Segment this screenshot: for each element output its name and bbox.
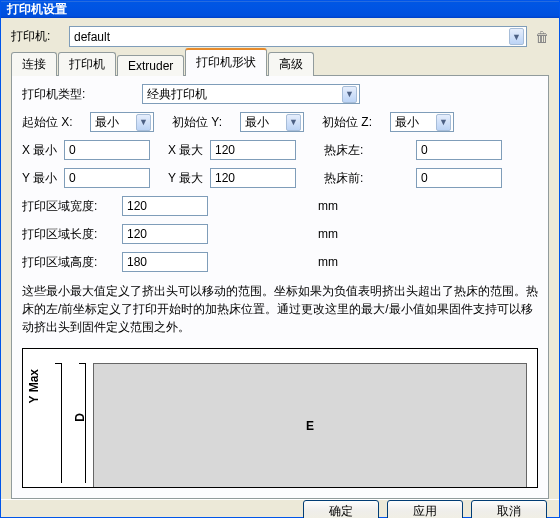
x-min-label: X 最小 xyxy=(22,142,64,159)
home-x-label: 起始位 X: xyxy=(22,114,90,131)
home-y-combo[interactable]: 最小 ▼ xyxy=(240,112,304,132)
tab-advanced[interactable]: 高级 xyxy=(268,52,314,76)
area-width-row: 打印区域宽度: mm xyxy=(22,196,538,216)
x-min-input[interactable] xyxy=(64,140,150,160)
printer-label: 打印机: xyxy=(11,28,69,45)
area-depth-label: 打印区域长度: xyxy=(22,226,122,243)
area-depth-input[interactable] xyxy=(122,224,208,244)
ymax-label: Y Max xyxy=(27,369,41,403)
bed-front-label: 热床前: xyxy=(324,170,384,187)
printer-combo[interactable]: default ▼ xyxy=(69,26,527,47)
area-height-unit: mm xyxy=(318,255,338,269)
printer-type-combo[interactable]: 经典打印机 ▼ xyxy=(142,84,360,104)
area-height-row: 打印区域高度: mm xyxy=(22,252,538,272)
area-width-input[interactable] xyxy=(122,196,208,216)
home-pos-row: 起始位 X: 最小 ▼ 初始位 Y: 最小 ▼ 初始位 Z: 最小 ▼ xyxy=(22,112,538,132)
printer-type-row: 打印机类型: 经典打印机 ▼ xyxy=(22,84,538,104)
home-y-label: 初始位 Y: xyxy=(172,114,240,131)
tabs: 连接 打印机 Extruder 打印机形状 高级 xyxy=(11,55,549,76)
tab-extruder[interactable]: Extruder xyxy=(117,55,184,76)
button-bar: 确定 应用 取消 xyxy=(1,499,559,518)
window-title: 打印机设置 xyxy=(7,1,67,18)
bed-left-input[interactable] xyxy=(416,140,502,160)
bed-left-label: 热床左: xyxy=(324,142,384,159)
description-text: 这些最小最大值定义了挤出头可以移动的范围。坐标如果为负值表明挤出头超出了热床的范… xyxy=(22,282,538,336)
chevron-down-icon: ▼ xyxy=(436,114,451,131)
home-x-value: 最小 xyxy=(95,114,119,131)
area-depth-unit: mm xyxy=(318,227,338,241)
tab-printer-shape[interactable]: 打印机形状 xyxy=(185,48,267,75)
area-width-unit: mm xyxy=(318,199,338,213)
y-min-label: Y 最小 xyxy=(22,170,64,187)
home-x-combo[interactable]: 最小 ▼ xyxy=(90,112,154,132)
cancel-button[interactable]: 取消 xyxy=(471,500,547,518)
printer-settings-window: 打印机设置 打印机: default ▼ 🗑 连接 打印机 Extruder 打… xyxy=(0,0,560,518)
printer-type-value: 经典打印机 xyxy=(147,86,207,103)
shape-preview: Y Max D E xyxy=(22,348,538,488)
chevron-down-icon: ▼ xyxy=(342,86,357,103)
home-y-value: 最小 xyxy=(245,114,269,131)
chevron-down-icon: ▼ xyxy=(286,114,301,131)
tab-printer[interactable]: 打印机 xyxy=(58,52,116,76)
trash-icon[interactable]: 🗑 xyxy=(535,29,549,45)
printer-type-label: 打印机类型: xyxy=(22,86,142,103)
home-z-label: 初始位 Z: xyxy=(322,114,390,131)
panel-printer-shape: 打印机类型: 经典打印机 ▼ 起始位 X: 最小 ▼ 初始位 Y: 最小 ▼ 初… xyxy=(11,76,549,499)
e-label: E xyxy=(306,419,314,433)
home-z-value: 最小 xyxy=(395,114,419,131)
content-area: 打印机: default ▼ 🗑 连接 打印机 Extruder 打印机形状 高… xyxy=(1,18,559,499)
x-dims-row: X 最小 X 最大 热床左: xyxy=(22,140,538,160)
area-depth-row: 打印区域长度: mm xyxy=(22,224,538,244)
printer-selector-row: 打印机: default ▼ 🗑 xyxy=(11,26,549,47)
y-dims-row: Y 最小 Y 最大 热床前: xyxy=(22,168,538,188)
chevron-down-icon: ▼ xyxy=(509,28,524,45)
area-height-label: 打印区域高度: xyxy=(22,254,122,271)
home-z-combo[interactable]: 最小 ▼ xyxy=(390,112,454,132)
y-max-label: Y 最大 xyxy=(168,170,210,187)
apply-button[interactable]: 应用 xyxy=(387,500,463,518)
y-min-input[interactable] xyxy=(64,168,150,188)
y-max-input[interactable] xyxy=(210,168,296,188)
axis-line xyxy=(85,363,86,483)
bed-front-input[interactable] xyxy=(416,168,502,188)
x-max-input[interactable] xyxy=(210,140,296,160)
x-max-label: X 最大 xyxy=(168,142,210,159)
tab-connection[interactable]: 连接 xyxy=(11,52,57,76)
area-width-label: 打印区域宽度: xyxy=(22,198,122,215)
chevron-down-icon: ▼ xyxy=(136,114,151,131)
titlebar[interactable]: 打印机设置 xyxy=(1,1,559,18)
bed-rect: E xyxy=(93,363,527,487)
printer-combo-value: default xyxy=(74,30,110,44)
ok-button[interactable]: 确定 xyxy=(303,500,379,518)
axis-line xyxy=(61,363,62,483)
area-height-input[interactable] xyxy=(122,252,208,272)
